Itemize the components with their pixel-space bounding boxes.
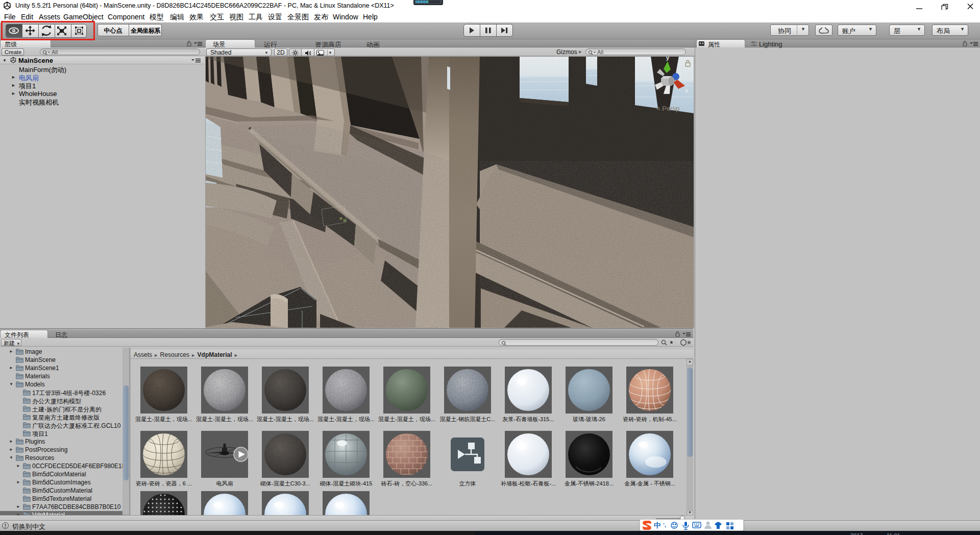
svg-text:z: z (679, 70, 682, 76)
svg-text:ʻ,: ʻ, (663, 522, 666, 528)
svg-text:x: x (685, 87, 689, 93)
svg-text:< Persp: < Persp (656, 105, 679, 112)
svg-text:y: y (666, 56, 670, 61)
svg-text:中: 中 (654, 521, 661, 529)
